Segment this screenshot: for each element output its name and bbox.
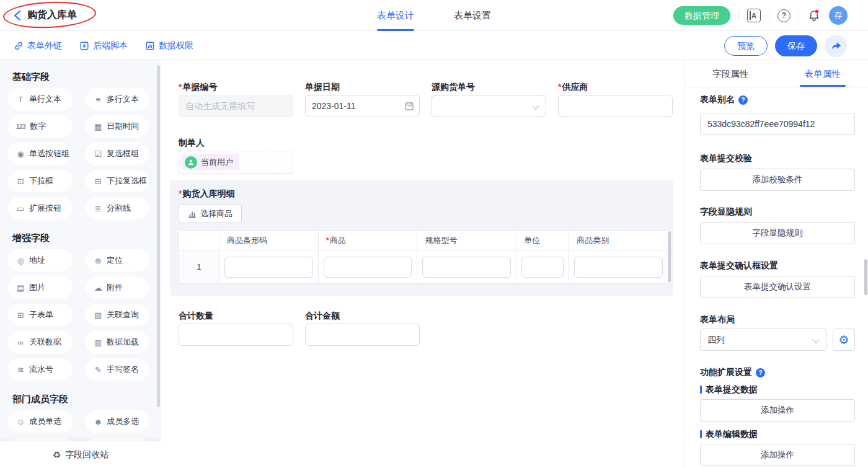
preview-button[interactable]: 预览 <box>724 36 768 56</box>
external-link-button[interactable]: 表单外链 <box>14 40 62 51</box>
submit-data-subsection: 表单提交数据 <box>700 384 758 395</box>
textarea-icon: ≡ <box>94 95 102 104</box>
column-header-barcode: 商品条形码 <box>219 231 318 250</box>
submit-validation-label: 表单提交校验 <box>700 153 752 164</box>
bill-date-label: 单据日期 <box>305 81 340 93</box>
field-item-datetime[interactable]: ▦日期时间 <box>86 115 149 138</box>
tab-form-properties[interactable]: 表单属性 <box>777 60 868 87</box>
field-item-geolocation[interactable]: ⊕定位 <box>86 249 149 272</box>
back-icon[interactable] <box>13 10 22 21</box>
index-column-header <box>179 231 219 250</box>
supplier-label: *供应商 <box>558 81 588 93</box>
add-validation-button[interactable]: 添加校验条件 <box>700 169 855 191</box>
purchase-detail-section[interactable]: *购货入库明细 选择商品 商品条形码 *商品 规格型号 单位 商品类别 1 <box>170 180 673 296</box>
chart-bars-icon <box>188 210 197 218</box>
field-item-extend-button[interactable]: ▭扩展按钮 <box>8 197 73 219</box>
field-item-member-single[interactable]: ☺成员单选 <box>8 410 73 433</box>
field-visibility-button[interactable]: 字段显隐规则 <box>700 222 855 244</box>
field-item-image[interactable]: ▤图片 <box>8 276 73 299</box>
tab-field-properties[interactable]: 字段属性 <box>684 60 777 87</box>
serial-icon: ≋ <box>16 365 25 374</box>
detail-table-scrollbar[interactable] <box>668 231 671 282</box>
field-item-number[interactable]: 123数字 <box>8 115 73 138</box>
docs-book-icon[interactable]: A <box>747 9 761 22</box>
help-icon[interactable]: ? <box>756 368 765 377</box>
extension-settings-label: 功能扩展设置? <box>700 367 765 378</box>
select-goods-button[interactable]: 选择商品 <box>179 204 242 223</box>
form-layout-select[interactable]: 四列 <box>700 329 826 351</box>
field-item-member-multi[interactable]: ☻成员多选 <box>86 410 149 433</box>
share-button[interactable] <box>825 35 847 57</box>
submit-confirm-button[interactable]: 表单提交确认设置 <box>700 276 855 298</box>
form-alias-input[interactable] <box>700 113 855 135</box>
user-avatar[interactable]: 存 <box>829 6 848 25</box>
field-item-address[interactable]: ◎地址 <box>8 249 73 272</box>
goods-cell-input[interactable] <box>324 257 412 278</box>
field-visibility-label: 字段显隐规则 <box>700 206 752 218</box>
pen-icon: ✎ <box>94 365 102 374</box>
page-title: 购货入库单 <box>27 9 77 22</box>
radio-icon: ◉ <box>16 149 25 159</box>
section-title-member-fields: 部门成员字段 <box>12 394 161 405</box>
layout-settings-button[interactable]: ⚙ <box>833 329 855 351</box>
detail-label: *购货入库明细 <box>179 188 234 200</box>
calendar-icon <box>404 101 414 111</box>
field-item-checkbox-group[interactable]: ☑复选框组 <box>86 143 149 165</box>
gear-icon: ⚙ <box>838 333 849 347</box>
total-amount-input[interactable] <box>305 324 420 346</box>
bill-no-input[interactable] <box>179 95 293 117</box>
column-header-spec: 规格型号 <box>417 231 516 250</box>
help-icon[interactable]: ? <box>738 95 748 105</box>
backend-script-button[interactable]: 后端脚本 <box>79 40 128 51</box>
spec-cell-input[interactable] <box>422 257 511 278</box>
divider <box>769 11 769 20</box>
field-item-divider[interactable]: ≣分割线 <box>86 197 149 219</box>
submit-data-add-button[interactable]: 添加操作 <box>700 399 855 422</box>
field-item-radio-group[interactable]: ◉单选按钮组 <box>8 143 73 165</box>
image-icon: ▤ <box>16 283 25 293</box>
bill-date-picker[interactable] <box>305 95 420 117</box>
user-tag-avatar-icon <box>185 156 197 169</box>
bill-date-input[interactable] <box>305 95 420 117</box>
tab-form-settings[interactable]: 表单设置 <box>454 0 491 31</box>
edit-data-add-button[interactable]: 添加操作 <box>700 444 855 466</box>
save-button[interactable]: 保存 <box>775 35 817 56</box>
column-header-category: 商品类别 <box>569 231 668 250</box>
sidebar-scrollbar[interactable] <box>157 65 160 407</box>
help-icon[interactable]: ? <box>777 9 790 22</box>
creator-field[interactable]: 当前用户 <box>179 151 293 174</box>
linked-query-icon: ▧ <box>94 311 102 320</box>
form-layout-label: 表单布局 <box>700 314 735 325</box>
cloud-upload-icon: ☁ <box>94 283 102 293</box>
data-manage-button[interactable]: 数据管理 <box>673 6 730 25</box>
field-item-multi-line-text[interactable]: ≡多行文本 <box>86 88 149 110</box>
person-icon: ☺ <box>16 417 25 426</box>
source-order-select[interactable] <box>432 95 546 117</box>
total-qty-input[interactable] <box>179 324 293 346</box>
field-item-select[interactable]: ⊡下拉框 <box>8 170 73 192</box>
field-item-serial-number[interactable]: ≋流水号 <box>8 358 73 381</box>
field-item-signature[interactable]: ✎手写签名 <box>86 358 149 381</box>
field-item-multi-select[interactable]: ⊟下拉复选框 <box>86 170 149 192</box>
data-permission-button[interactable]: 数据权限 <box>145 40 193 51</box>
supplier-input[interactable] <box>558 95 673 117</box>
window-scrollbar[interactable] <box>864 259 867 295</box>
field-item-attachment[interactable]: ☁附件 <box>86 276 149 299</box>
tab-form-design[interactable]: 表单设计 <box>377 0 414 31</box>
field-item-single-line-text[interactable]: T单行文本 <box>8 88 73 110</box>
field-item-data-load[interactable]: ▥数据加载 <box>86 331 149 353</box>
subform-icon: ⊞ <box>16 311 25 320</box>
source-order-label: 源购货单号 <box>432 81 475 93</box>
field-recycle-bin[interactable]: ♻ 字段回收站 <box>0 441 161 468</box>
field-item-linked-data[interactable]: ∞关联数据 <box>8 331 73 353</box>
field-item-linked-query[interactable]: ▧关联查询 <box>86 304 149 326</box>
category-cell-input[interactable] <box>574 257 663 278</box>
barcode-cell-input[interactable] <box>224 257 313 278</box>
field-item-subform[interactable]: ⊞子表单 <box>8 304 73 326</box>
unit-cell-input[interactable] <box>521 257 564 278</box>
current-user-tag[interactable]: 当前用户 <box>182 154 239 170</box>
divider <box>799 11 799 20</box>
chevron-down-icon <box>532 102 539 109</box>
notification-bell-icon[interactable] <box>807 9 821 22</box>
form-design-canvas[interactable]: *单据编号 单据日期 源购货单号 *供应商 制单人 当前用户 *购货入库明细 选… <box>161 60 684 468</box>
